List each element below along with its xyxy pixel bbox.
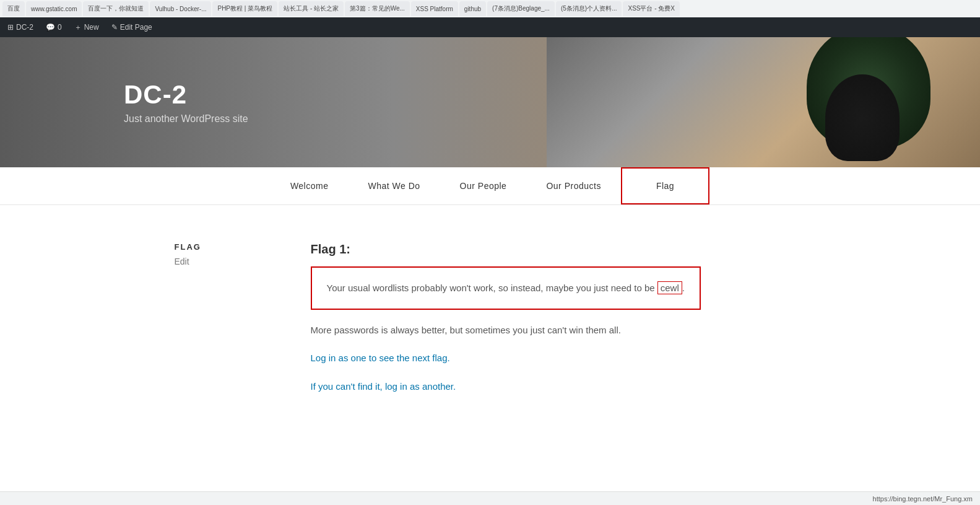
nav-menu: Welcome What We Do Our People Our Produc…: [271, 167, 709, 204]
sidebar-page-title: FLAG: [175, 242, 274, 252]
admin-comments[interactable]: 💬 0: [43, 17, 64, 37]
sidebar-edit-link[interactable]: Edit: [175, 257, 274, 266]
tab-xss[interactable]: XSS Platform: [411, 1, 458, 16]
site-nav: Welcome What We Do Our People Our Produc…: [0, 167, 980, 205]
tab-baidu-search[interactable]: 百度一下，你就知道: [83, 1, 149, 16]
page-main: Flag 1: Your usual wordlists probably wo…: [311, 242, 806, 406]
site-tagline: Just another WordPress site: [124, 113, 248, 125]
tab-profile[interactable]: (5条消息)个人资料...: [556, 1, 622, 16]
flag1-text-after: .: [682, 283, 685, 293]
tab-baidu[interactable]: 百度: [2, 1, 25, 16]
page-sidebar: FLAG Edit: [175, 242, 274, 406]
wordpress-icon: ⊞: [7, 23, 14, 32]
nav-item-our-people[interactable]: Our People: [440, 167, 527, 204]
site-title: DC-2: [124, 80, 248, 110]
cewl-highlight: cewl: [657, 281, 682, 294]
edit-icon: ✎: [111, 23, 118, 32]
hero-plant-decoration: [547, 37, 980, 167]
admin-site-name[interactable]: ⊞ DC-2: [5, 17, 36, 37]
nav-item-flag[interactable]: Flag: [621, 167, 709, 204]
flag-paragraph-2: More passwords is always better, but som…: [311, 322, 806, 338]
site-header: DC-2 Just another WordPress site: [0, 37, 980, 167]
flag1-text-before: Your usual wordlists probably won't work…: [327, 283, 657, 293]
comment-icon: 💬: [46, 23, 55, 32]
tab-vulhub[interactable]: Vulhub - Docker-...: [150, 1, 211, 16]
nav-item-welcome[interactable]: Welcome: [271, 167, 349, 204]
tab-github[interactable]: github: [459, 1, 486, 16]
flag-heading: Flag 1:: [311, 242, 806, 257]
admin-bar: ⊞ DC-2 💬 0 ＋ New ✎ Edit Page: [0, 17, 980, 37]
tab-php[interactable]: PHP教程 | 菜鸟教程: [212, 1, 277, 16]
nav-item-our-products[interactable]: Our Products: [526, 167, 620, 204]
flag-paragraph-4: If you can't find it, log in as another.: [311, 379, 806, 395]
flag1-box: Your usual wordlists probably won't work…: [311, 266, 701, 310]
tab-site-tools[interactable]: 站长工具 - 站长之家: [279, 1, 344, 16]
browser-tab-bar: 百度 www.gstatic.com 百度一下，你就知道 Vulhub - Do…: [0, 0, 980, 17]
flag-paragraph-3: Log in as one to see the next flag.: [311, 350, 806, 366]
flag1-text: Your usual wordlists probably won't work…: [327, 280, 685, 296]
page-content: FLAG Edit Flag 1: Your usual wordlists p…: [150, 205, 831, 444]
tab-we[interactable]: 第3篇：常见的We...: [345, 1, 410, 16]
admin-new-button[interactable]: ＋ New: [72, 17, 102, 37]
plus-icon: ＋: [74, 22, 82, 33]
admin-edit-page-button[interactable]: ✎ Edit Page: [109, 17, 155, 37]
site-title-wrap: DC-2 Just another WordPress site: [124, 80, 248, 125]
tab-gstatic[interactable]: www.gstatic.com: [26, 1, 82, 16]
tab-beglage[interactable]: (7条消息)Beglage_...: [487, 1, 555, 16]
tab-xss2[interactable]: XSS平台 - 免费X: [623, 1, 680, 16]
nav-item-what-we-do[interactable]: What We Do: [348, 167, 440, 204]
